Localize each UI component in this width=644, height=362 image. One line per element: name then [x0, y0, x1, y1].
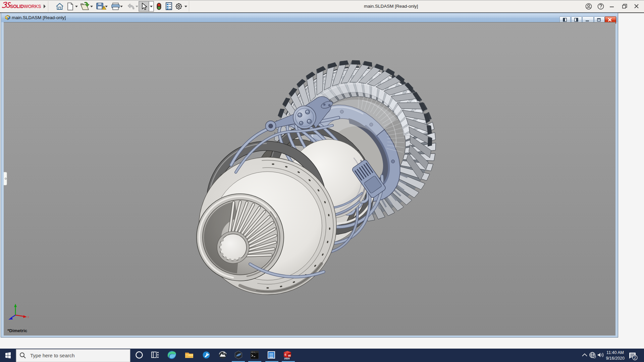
- svg-text:2020: 2020: [284, 357, 290, 360]
- svg-text:S: S: [284, 353, 286, 356]
- svg-text:2: 2: [634, 356, 636, 360]
- svg-text:11:40 AM: 11:40 AM: [606, 350, 624, 355]
- svg-text:C:\_: C:\_: [252, 351, 256, 354]
- svg-text:SOLIDWORKS: SOLIDWORKS: [10, 4, 41, 9]
- svg-text:x: x: [28, 315, 29, 319]
- svg-text:9/16/2020: 9/16/2020: [606, 356, 625, 361]
- svg-text:Type here to search: Type here to search: [30, 353, 75, 358]
- svg-text:!: !: [103, 7, 104, 10]
